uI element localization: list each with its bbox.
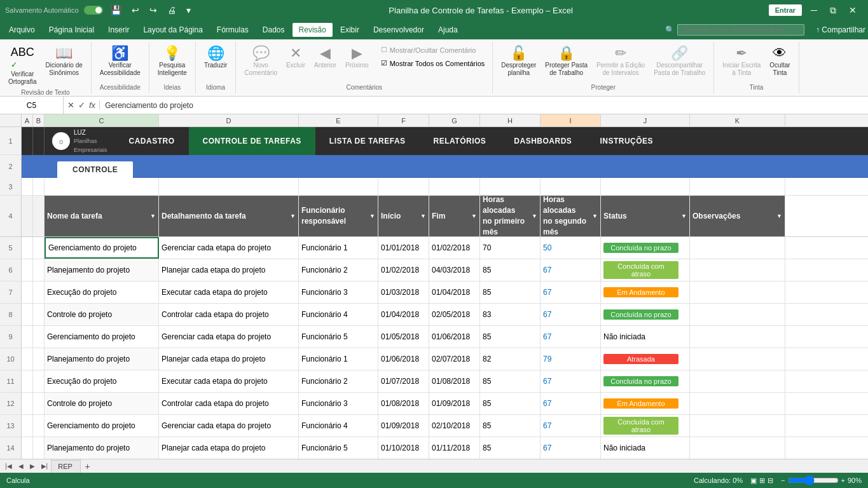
menu-ajuda[interactable]: Ajuda bbox=[432, 23, 464, 37]
header-inicio[interactable]: Início ▼ bbox=[378, 196, 429, 236]
header-fim[interactable]: Fim ▼ bbox=[429, 196, 480, 236]
cell-det[interactable]: Controlar cada etapa do projeto bbox=[159, 304, 299, 325]
cell-3c[interactable] bbox=[45, 178, 159, 195]
novo-comentario-button[interactable]: 💬 NovoComentário bbox=[241, 44, 280, 79]
cell-3a[interactable] bbox=[22, 178, 33, 195]
cell-h1[interactable]: 85 bbox=[480, 281, 541, 303]
nav-tab-lista-tarefas[interactable]: LISTA DE TAREFAS bbox=[315, 127, 420, 155]
cell-7a[interactable] bbox=[22, 281, 33, 303]
cell-h1[interactable]: 85 bbox=[480, 259, 541, 281]
sheet-nav-last[interactable]: ▶| bbox=[39, 462, 51, 470]
cell-h2[interactable]: 67 bbox=[541, 259, 601, 281]
sub-tab-controle[interactable]: CONTROLE bbox=[57, 161, 133, 178]
col-header-a[interactable]: A bbox=[22, 114, 33, 126]
nav-tab-controle-tarefas[interactable]: CONTROLE DE TAREFAS bbox=[189, 127, 315, 155]
autosave-toggle[interactable] bbox=[84, 6, 103, 15]
cell-func[interactable]: Funcionário 4 bbox=[299, 415, 378, 437]
iniciar-escrita-button[interactable]: ✒ Iniciar Escritaà Tinta bbox=[719, 44, 764, 79]
mostrar-todos-btn[interactable]: ☑ Mostrar Todos os Comentários bbox=[378, 58, 488, 69]
cell-obs[interactable] bbox=[690, 259, 785, 281]
page-layout-icon[interactable]: ⊞ bbox=[759, 477, 765, 485]
confirm-formula-icon[interactable]: ✓ bbox=[78, 100, 85, 110]
cell-3e[interactable] bbox=[299, 178, 378, 195]
save-icon[interactable]: 💾 bbox=[108, 4, 124, 17]
cell-status[interactable]: Concluída no prazo bbox=[601, 237, 690, 259]
cell-3h[interactable] bbox=[480, 178, 541, 195]
cell-func[interactable]: Funcionário 1 bbox=[299, 237, 378, 259]
cell-3k[interactable] bbox=[690, 178, 785, 195]
cell-h2[interactable]: 67 bbox=[541, 437, 601, 459]
enter-button[interactable]: Entrar bbox=[769, 4, 802, 16]
cell-fim[interactable]: 02/10/2018 bbox=[429, 415, 480, 437]
cell-det[interactable]: Executar cada etapa do projeto bbox=[159, 370, 299, 392]
cell-13a[interactable] bbox=[22, 415, 33, 437]
menu-revisao[interactable]: Revisão bbox=[293, 23, 333, 37]
share-button[interactable]: ↑ Compartilhar bbox=[816, 25, 865, 34]
cell-status[interactable]: Atrasada bbox=[601, 348, 690, 370]
cell-obs[interactable] bbox=[690, 393, 785, 414]
cell-inicio[interactable]: 01/08/2018 bbox=[378, 393, 429, 414]
cell-fim[interactable]: 01/09/2018 bbox=[429, 393, 480, 414]
col-header-i[interactable]: I bbox=[541, 114, 601, 126]
cell-nome[interactable]: Gerenciamento do projeto bbox=[45, 415, 159, 437]
cell-obs[interactable] bbox=[690, 237, 785, 259]
cell-status[interactable]: Concluída com atraso bbox=[601, 259, 690, 281]
cell-h1[interactable]: 85 bbox=[480, 393, 541, 414]
cell-3d[interactable] bbox=[159, 178, 299, 195]
zoom-out-icon[interactable]: − bbox=[781, 477, 785, 484]
customize-icon[interactable]: ▾ bbox=[184, 4, 193, 17]
cell-fim[interactable]: 02/05/2018 bbox=[429, 304, 480, 325]
cell-fim[interactable]: 01/08/2018 bbox=[429, 370, 480, 392]
cell-h2[interactable]: 67 bbox=[541, 415, 601, 437]
formula-input[interactable]: Gerenciamento do projeto bbox=[100, 101, 868, 110]
menu-layout[interactable]: Layout da Página bbox=[137, 23, 209, 37]
permitir-edicao-button[interactable]: ✏ Permitir a Ediçãode Intervalos bbox=[593, 44, 648, 79]
cell-obs[interactable] bbox=[690, 370, 785, 392]
cell-inicio[interactable]: 01/02/2018 bbox=[378, 259, 429, 281]
cell-4a[interactable] bbox=[22, 196, 33, 236]
cell-func[interactable]: Funcionário 4 bbox=[299, 304, 378, 325]
cell-status[interactable]: Concluída com atraso bbox=[601, 415, 690, 437]
close-button[interactable]: ✕ bbox=[843, 0, 863, 20]
cell-det[interactable]: Gerenciar cada etapa do projeto bbox=[159, 415, 299, 437]
cell-reference[interactable]: C5 bbox=[0, 97, 64, 114]
filter-arrow-status[interactable]: ▼ bbox=[681, 213, 687, 219]
cell-fim[interactable]: 01/11/2018 bbox=[429, 437, 480, 459]
cell-h1[interactable]: 85 bbox=[480, 415, 541, 437]
cell-status[interactable]: Não iniciada bbox=[601, 437, 690, 459]
cell-6a[interactable] bbox=[22, 259, 33, 281]
insert-function-icon[interactable]: fx bbox=[89, 100, 95, 110]
cell-h2[interactable]: 50 bbox=[541, 237, 601, 259]
menu-inserir[interactable]: Inserir bbox=[102, 23, 135, 37]
dicionario-button[interactable]: 📖 Dicionário deSinônimos bbox=[42, 44, 85, 79]
cell-det[interactable]: Planejar cada etapa do projeto bbox=[159, 348, 299, 370]
nav-tab-relatorios[interactable]: RELATÓRIOS bbox=[420, 127, 500, 155]
add-sheet-button[interactable]: + bbox=[81, 460, 94, 473]
verificar-acessibilidade-button[interactable]: ♿ VerificarAcessibilidade bbox=[97, 44, 144, 79]
traduzir-button[interactable]: 🌐 Traduzir bbox=[201, 44, 230, 71]
filter-arrow-fim[interactable]: ▼ bbox=[471, 213, 477, 219]
verificar-ortografia-button[interactable]: ABC✓ VerificarOrtografia bbox=[5, 44, 39, 88]
proteger-pasta-button[interactable]: 🔒 Proteger Pastade Trabalho bbox=[542, 44, 591, 79]
cell-inicio[interactable]: 01/06/2018 bbox=[378, 348, 429, 370]
cell-obs[interactable] bbox=[690, 304, 785, 325]
cell-status[interactable]: Concluída no prazo bbox=[601, 304, 690, 325]
cell-func[interactable]: Funcionário 2 bbox=[299, 370, 378, 392]
cell-status[interactable]: Em Andamento bbox=[601, 393, 690, 414]
cell-obs[interactable] bbox=[690, 348, 785, 370]
anterior-button[interactable]: ◀ Anterior bbox=[311, 44, 340, 71]
cell-inicio[interactable]: 01/03/2018 bbox=[378, 281, 429, 303]
cell-fim[interactable]: 01/06/2018 bbox=[429, 326, 480, 348]
cell-h2[interactable]: 67 bbox=[541, 304, 601, 325]
cell-5a[interactable] bbox=[22, 237, 33, 259]
cell-det[interactable]: Executar cada etapa do projeto bbox=[159, 281, 299, 303]
cell-12a[interactable] bbox=[22, 393, 33, 414]
col-header-j[interactable]: J bbox=[601, 114, 690, 126]
cell-h1[interactable]: 85 bbox=[480, 437, 541, 459]
pesquisa-inteligente-button[interactable]: 💡 PesquisaInteligente bbox=[155, 44, 190, 79]
cell-h2[interactable]: 67 bbox=[541, 370, 601, 392]
mostrar-ocultar-btn[interactable]: ☐ Mostrar/Ocultar Comentário bbox=[378, 44, 488, 55]
cell-10b[interactable] bbox=[33, 348, 45, 370]
col-header-k[interactable]: K bbox=[690, 114, 785, 126]
cell-fim[interactable]: 01/04/2018 bbox=[429, 281, 480, 303]
